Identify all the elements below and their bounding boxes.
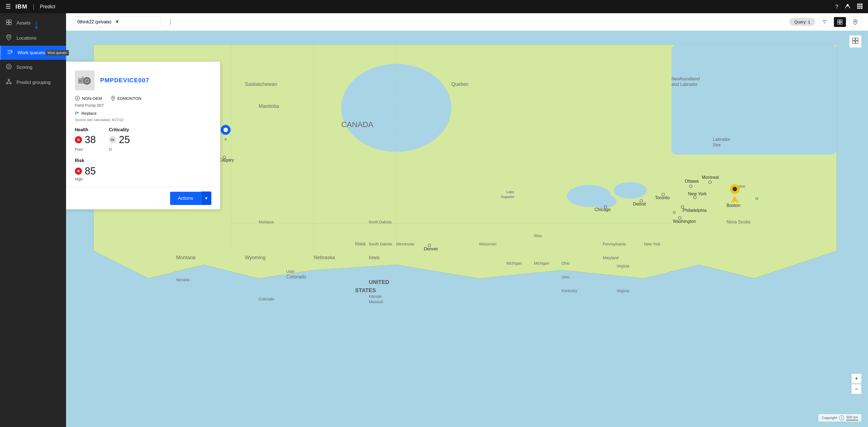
map-area[interactable]: CANADA Manitoba Saskatchewan Alberta Que…: [66, 31, 868, 427]
svg-rect-26: [838, 20, 840, 22]
sidebar-item-scoring[interactable]: Scoring: [0, 60, 66, 75]
svg-text:Minnesota: Minnesota: [396, 242, 414, 246]
svg-text:South Dakota: South Dakota: [369, 242, 392, 246]
work-queues-icon: [7, 50, 13, 56]
more-options-icon[interactable]: ⋮: [167, 19, 174, 26]
device-card: PMPDEVICE007 NON-OEM: [66, 62, 220, 209]
svg-line-24: [9, 80, 10, 83]
dataset-dropdown[interactable]: 0think22 (private) ▼: [73, 17, 161, 27]
nav-divider: |: [33, 3, 34, 10]
svg-text:Kansas: Kansas: [369, 294, 382, 298]
svg-text:New York: New York: [688, 192, 707, 196]
scoring-icon: [5, 64, 12, 71]
svg-point-90: [224, 138, 227, 140]
risk-status-icon: ×: [75, 168, 82, 175]
svg-rect-11: [9, 20, 11, 22]
svg-text:Iowa: Iowa: [355, 241, 366, 247]
zoom-in-button[interactable]: +: [851, 374, 861, 384]
zoom-out-button[interactable]: −: [851, 384, 861, 394]
header-right-actions: Query: 1: [789, 17, 861, 27]
svg-line-23: [7, 80, 9, 83]
card-tag: NON-OEM: [75, 96, 102, 101]
svg-text:Labrador: Labrador: [713, 137, 731, 142]
info-icon: i: [839, 416, 844, 420]
svg-text:Wisconsin: Wisconsin: [479, 242, 496, 246]
sidebar-item-work-queues[interactable]: Work queues Work queues: [0, 46, 66, 60]
svg-text:Iowa: Iowa: [369, 255, 379, 260]
svg-text:Boston: Boston: [726, 203, 740, 208]
menu-icon[interactable]: ☰: [5, 3, 11, 10]
actions-chevron-icon: ▾: [205, 196, 208, 201]
list-view-button[interactable]: [834, 17, 846, 27]
actions-dropdown-button[interactable]: ▾: [201, 192, 211, 205]
svg-text:Montreal: Montreal: [702, 175, 719, 180]
copyright-text: Copyright: [822, 416, 837, 420]
svg-rect-12: [6, 23, 8, 25]
criticality-block: Criticality 0d 25 D: [109, 127, 130, 152]
predict-grouping-icon: [5, 79, 12, 86]
risk-section: Risk × 85 High: [75, 158, 211, 181]
card-device-name: Field Pump 007: [75, 103, 211, 107]
sidebar-item-predict-grouping[interactable]: Predict grouping: [0, 75, 66, 90]
svg-text:and Labrador: and Labrador: [672, 82, 698, 87]
svg-point-35: [341, 64, 451, 152]
scores-date: Scores last calculated: 4/27/22: [75, 118, 211, 122]
assets-label: Assets: [17, 20, 31, 26]
scoring-label: Scoring: [17, 65, 32, 70]
svg-point-14: [8, 35, 10, 38]
svg-rect-2: [859, 4, 861, 5]
svg-text:Sea: Sea: [713, 142, 721, 147]
svg-point-20: [8, 79, 10, 80]
filter-button[interactable]: [818, 17, 831, 27]
svg-rect-28: [838, 22, 840, 24]
query-badge: Query: 1: [789, 18, 815, 26]
topnav-right: ?: [835, 3, 863, 10]
map-grid-toggle[interactable]: [849, 35, 861, 47]
svg-point-22: [10, 83, 11, 84]
svg-text:New York: New York: [644, 242, 660, 246]
user-icon[interactable]: [845, 3, 850, 10]
scale-bar: 500 km: [846, 415, 858, 420]
content-area: 0think22 (private) ▼ ⋮ Query: 1: [66, 13, 868, 427]
svg-text:Kentucky: Kentucky: [561, 289, 578, 293]
svg-text:Saskatchewan: Saskatchewan: [245, 81, 277, 87]
svg-text:CANADA: CANADA: [341, 120, 373, 129]
work-queues-label: Work queues: [18, 50, 45, 56]
map-copyright: Copyright i 500 km: [818, 414, 861, 422]
risk-label: Risk: [75, 158, 211, 163]
map-view-button[interactable]: [849, 17, 861, 27]
risk-status-text: High: [75, 177, 211, 181]
svg-rect-118: [852, 38, 855, 40]
sidebar-item-assets[interactable]: Assets: [0, 15, 66, 31]
criticality-value-row: 0d 25: [109, 134, 130, 145]
svg-text:Michigan: Michigan: [534, 261, 549, 265]
map-zoom-controls: + −: [851, 374, 861, 394]
svg-text:Superior: Superior: [501, 195, 515, 199]
help-icon[interactable]: ?: [835, 4, 838, 10]
card-flag: Replace: [75, 111, 211, 116]
svg-text:Colorado: Colorado: [286, 274, 306, 280]
actions-button[interactable]: Actions: [170, 192, 201, 205]
svg-text:Chicago: Chicago: [594, 207, 611, 212]
apps-icon[interactable]: [857, 3, 863, 10]
flag-label: Replace: [82, 111, 97, 116]
svg-text:Manitoba: Manitoba: [259, 103, 279, 109]
svg-text:Nova Scotia: Nova Scotia: [726, 220, 750, 224]
svg-text:Missouri: Missouri: [369, 300, 383, 304]
svg-point-131: [113, 97, 114, 98]
svg-point-21: [6, 83, 8, 84]
svg-text:North Dakota: North Dakota: [369, 220, 392, 224]
device-location: EDMONTON: [118, 96, 142, 101]
svg-text:Ohio: Ohio: [561, 261, 570, 265]
svg-rect-36: [672, 44, 837, 155]
work-queues-tooltip: Work queues: [46, 50, 69, 56]
sidebar-item-locations[interactable]: Locations: [0, 31, 66, 46]
svg-text:UNITED: UNITED: [369, 279, 389, 285]
device-id: PMPDEVICE007: [100, 77, 149, 84]
svg-point-19: [8, 65, 10, 68]
risk-score: 85: [85, 165, 96, 177]
svg-text:Ohio: Ohio: [561, 275, 570, 279]
svg-point-33: [614, 182, 647, 199]
health-block: Health × 38 Poor: [75, 127, 96, 152]
svg-rect-126: [82, 76, 84, 79]
